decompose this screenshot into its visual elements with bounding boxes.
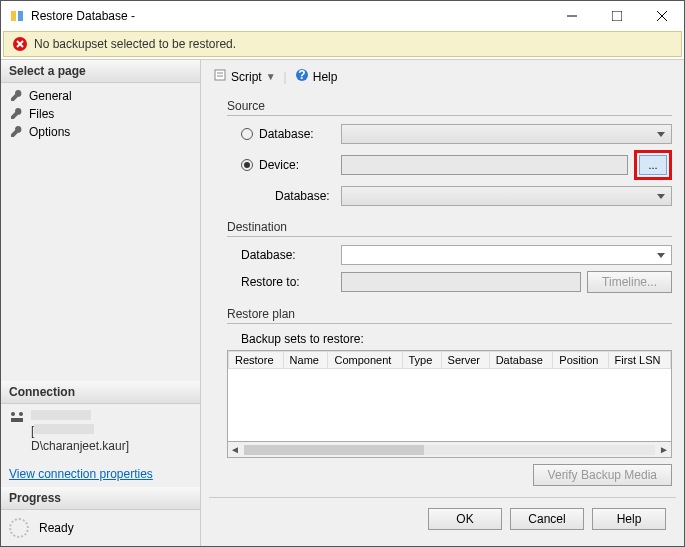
source-sub-database-combo[interactable] (341, 186, 672, 206)
destination-database-label: Database: (241, 248, 296, 262)
sidebar: Select a page General Files Options Conn… (1, 60, 201, 546)
window-title: Restore Database - (31, 9, 549, 23)
help-button-footer[interactable]: Help (592, 508, 666, 530)
connection-domain-masked: x (34, 424, 94, 434)
scrollbar-thumb[interactable] (244, 445, 424, 455)
horizontal-scrollbar[interactable]: ◄ ► (227, 442, 672, 458)
destination-title: Destination (227, 220, 672, 234)
script-icon (213, 68, 227, 85)
script-label: Script (231, 70, 262, 84)
connection-user: D\charanjeet.kaur] (31, 439, 129, 453)
warning-text: No backupset selected to be restored. (34, 37, 236, 51)
progress-header: Progress (1, 487, 200, 510)
restore-to-input (341, 272, 581, 292)
wrench-icon (9, 89, 23, 103)
connection-server-masked: x (31, 410, 91, 420)
col-type[interactable]: Type (402, 352, 441, 369)
wrench-icon (9, 107, 23, 121)
window-controls (549, 1, 684, 31)
backup-sets-label: Backup sets to restore: (227, 332, 672, 346)
svg-rect-1 (18, 11, 23, 21)
svg-point-9 (11, 412, 15, 416)
close-button[interactable] (639, 1, 684, 31)
wrench-icon (9, 125, 23, 139)
col-first-lsn[interactable]: First LSN (608, 352, 670, 369)
destination-group: Destination Database: Restore to: Timeli… (227, 220, 672, 293)
source-device-label: Device: (259, 158, 299, 172)
progress-status: Ready (39, 521, 74, 535)
source-database-combo[interactable] (341, 124, 672, 144)
source-database-label: Database: (259, 127, 314, 141)
col-name[interactable]: Name (283, 352, 328, 369)
col-database[interactable]: Database (489, 352, 553, 369)
ok-button[interactable]: OK (428, 508, 502, 530)
help-icon: ? (295, 68, 309, 85)
backup-sets-table[interactable]: Restore Name Component Type Server Datab… (227, 350, 672, 442)
svg-rect-12 (215, 70, 225, 80)
sidebar-item-label: General (29, 89, 72, 103)
svg-text:?: ? (298, 68, 305, 82)
sidebar-item-general[interactable]: General (1, 87, 200, 105)
browse-device-button[interactable]: ... (639, 155, 667, 175)
restore-plan-group: Restore plan Backup sets to restore: Res… (227, 307, 672, 486)
svg-rect-3 (612, 11, 622, 21)
timeline-button[interactable]: Timeline... (587, 271, 672, 293)
svg-point-10 (19, 412, 23, 416)
restore-database-dialog: Restore Database - No backupset selected… (0, 0, 685, 547)
connection-info: x [xD\charanjeet.kaur] (1, 404, 200, 461)
col-server[interactable]: Server (441, 352, 489, 369)
restore-plan-title: Restore plan (227, 307, 672, 321)
connection-header: Connection (1, 381, 200, 404)
sidebar-item-label: Options (29, 125, 70, 139)
sidebar-item-files[interactable]: Files (1, 105, 200, 123)
toolbar: Script ▼ | ? Help (209, 66, 676, 91)
warning-bar: No backupset selected to be restored. (3, 31, 682, 57)
chevron-down-icon: ▼ (266, 71, 276, 82)
svg-rect-0 (11, 11, 16, 21)
svg-rect-11 (11, 418, 23, 422)
dialog-footer: OK Cancel Help (209, 497, 676, 540)
scroll-left-icon[interactable]: ◄ (230, 444, 240, 455)
scroll-right-icon[interactable]: ► (659, 444, 669, 455)
script-button[interactable]: Script ▼ (209, 66, 280, 87)
source-sub-database-label: Database: (241, 189, 341, 203)
source-database-radio[interactable] (241, 128, 253, 140)
source-device-radio[interactable] (241, 159, 253, 171)
restore-to-label: Restore to: (241, 275, 300, 289)
maximize-button[interactable] (594, 1, 639, 31)
col-position[interactable]: Position (553, 352, 608, 369)
help-button[interactable]: ? Help (291, 66, 342, 87)
cancel-button[interactable]: Cancel (510, 508, 584, 530)
col-component[interactable]: Component (328, 352, 402, 369)
sidebar-item-label: Files (29, 107, 54, 121)
separator: | (284, 70, 287, 84)
source-title: Source (227, 99, 672, 113)
minimize-button[interactable] (549, 1, 594, 31)
source-device-input (341, 155, 628, 175)
titlebar: Restore Database - (1, 1, 684, 31)
progress-indicator: Ready (1, 510, 200, 546)
help-label: Help (313, 70, 338, 84)
col-restore[interactable]: Restore (229, 352, 284, 369)
source-group: Source Database: Device: (227, 99, 672, 206)
highlight-box: ... (634, 150, 672, 180)
select-page-header: Select a page (1, 60, 200, 83)
destination-database-combo[interactable] (341, 245, 672, 265)
view-connection-properties-link[interactable]: View connection properties (1, 461, 161, 487)
error-icon (12, 36, 28, 52)
verify-backup-media-button[interactable]: Verify Backup Media (533, 464, 672, 486)
main-panel: Script ▼ | ? Help Source Database: (201, 60, 684, 546)
server-icon (9, 410, 25, 429)
sidebar-item-options[interactable]: Options (1, 123, 200, 141)
spinner-icon (9, 518, 29, 538)
app-icon (9, 8, 25, 24)
